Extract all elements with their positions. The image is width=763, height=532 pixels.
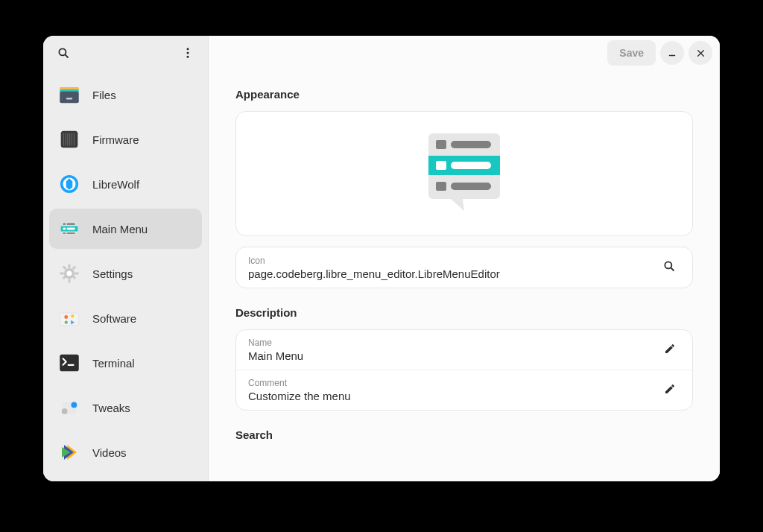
close-icon <box>696 48 706 58</box>
software-icon <box>57 305 82 331</box>
svg-rect-53 <box>436 161 446 170</box>
sidebar-item-label: Videos <box>92 446 127 459</box>
main-pane: Save Appearance <box>209 36 720 481</box>
name-field-value: Main Menu <box>248 349 650 362</box>
more-menu-button[interactable] <box>175 40 200 66</box>
svg-rect-33 <box>72 265 76 270</box>
sidebar-item-terminal[interactable]: Terminal <box>49 343 202 383</box>
sidebar-item-firmware[interactable]: Firmware <box>49 119 202 159</box>
videos-icon <box>57 440 82 465</box>
save-button[interactable]: Save <box>607 40 656 66</box>
svg-rect-7 <box>60 92 79 104</box>
sidebar-item-label: Files <box>92 89 116 101</box>
content: Appearance <box>209 70 720 481</box>
sidebar-item-label: Software <box>92 312 136 325</box>
svg-rect-40 <box>60 355 79 372</box>
main-header: Save <box>209 36 720 70</box>
app-window: Files Firmware LibreWolf Main Menu <box>43 36 720 481</box>
sidebar-list: Files Firmware LibreWolf Main Menu <box>43 70 208 481</box>
name-field-row[interactable]: Name Main Menu <box>236 330 692 370</box>
svg-point-37 <box>64 315 68 319</box>
sidebar-item-settings[interactable]: Settings <box>49 253 202 294</box>
sidebar-item-librewolf[interactable]: LibreWolf <box>49 164 202 204</box>
app-preview-icon <box>425 130 503 217</box>
svg-point-2 <box>187 48 189 50</box>
svg-rect-30 <box>75 273 79 275</box>
sidebar-item-software[interactable]: Software <box>49 298 202 338</box>
sidebar-item-label: Settings <box>92 267 133 280</box>
search-section-title: Search <box>235 428 693 441</box>
sidebar-item-label: Terminal <box>92 357 135 370</box>
svg-point-3 <box>187 52 189 54</box>
more-vertical-icon <box>181 46 194 60</box>
svg-point-45 <box>62 408 68 414</box>
minimize-icon <box>667 48 677 58</box>
svg-rect-27 <box>69 264 71 268</box>
svg-rect-55 <box>436 182 446 191</box>
name-edit-button[interactable] <box>659 338 680 362</box>
svg-rect-52 <box>451 141 491 148</box>
save-button-label: Save <box>619 47 644 59</box>
minimize-button[interactable] <box>660 41 684 65</box>
svg-rect-23 <box>66 228 75 230</box>
icon-browse-button[interactable] <box>658 255 680 280</box>
comment-edit-button[interactable] <box>659 379 680 402</box>
svg-rect-36 <box>60 313 79 326</box>
svg-rect-28 <box>69 279 71 283</box>
svg-line-1 <box>65 54 68 57</box>
search-button[interactable] <box>51 40 76 66</box>
icon-field-card: Icon page.codeberg.libre_menu_editor.Lib… <box>235 247 693 288</box>
svg-point-43 <box>71 402 77 408</box>
settings-icon <box>57 261 82 286</box>
main-menu-icon <box>57 216 82 241</box>
icon-preview-card[interactable] <box>235 111 693 236</box>
sidebar-item-tweaks[interactable]: Tweaks <box>49 387 202 428</box>
close-button[interactable] <box>688 41 712 65</box>
terminal-icon <box>57 350 82 376</box>
sidebar: Files Firmware LibreWolf Main Menu <box>43 36 209 481</box>
svg-rect-8 <box>66 98 73 99</box>
comment-field-label: Comment <box>248 378 650 388</box>
svg-rect-31 <box>63 265 67 270</box>
svg-point-4 <box>187 56 189 58</box>
sidebar-item-label: LibreWolf <box>92 178 139 191</box>
svg-rect-56 <box>451 183 491 190</box>
search-icon <box>662 259 676 273</box>
firmware-icon <box>57 127 82 152</box>
description-card: Name Main Menu Comment Customize the men… <box>235 329 693 411</box>
svg-point-39 <box>65 321 68 324</box>
svg-rect-22 <box>63 228 66 230</box>
svg-rect-54 <box>451 162 491 169</box>
sidebar-header <box>43 36 208 70</box>
svg-point-35 <box>66 270 72 276</box>
pencil-icon <box>664 383 676 395</box>
name-field-label: Name <box>248 338 650 348</box>
appearance-section-title: Appearance <box>235 88 693 101</box>
svg-point-38 <box>71 314 74 317</box>
svg-rect-29 <box>60 273 64 275</box>
sidebar-item-label: Main Menu <box>92 223 148 235</box>
icon-field-row[interactable]: Icon page.codeberg.libre_menu_editor.Lib… <box>236 247 692 288</box>
sidebar-item-label: Tweaks <box>92 402 130 414</box>
svg-rect-20 <box>63 223 66 225</box>
comment-field-value: Customize the menu <box>248 390 650 402</box>
svg-rect-24 <box>63 232 66 234</box>
sidebar-item-files[interactable]: Files <box>49 75 202 115</box>
librewolf-icon <box>57 171 82 197</box>
svg-rect-21 <box>66 223 75 225</box>
files-icon <box>57 82 82 107</box>
tweaks-icon <box>57 395 82 420</box>
sidebar-item-label: Firmware <box>92 133 139 146</box>
svg-rect-25 <box>66 232 75 234</box>
sidebar-item-main-menu[interactable]: Main Menu <box>49 209 202 249</box>
svg-rect-51 <box>436 140 446 149</box>
description-section-title: Description <box>235 306 693 319</box>
svg-line-58 <box>671 267 674 270</box>
comment-field-row[interactable]: Comment Customize the menu <box>236 370 692 410</box>
icon-field-value: page.codeberg.libre_menu_editor.LibreMen… <box>248 267 649 280</box>
pencil-icon <box>664 343 676 355</box>
icon-field-label: Icon <box>248 256 649 266</box>
search-icon <box>57 46 70 60</box>
sidebar-item-videos[interactable]: Videos <box>49 432 202 472</box>
